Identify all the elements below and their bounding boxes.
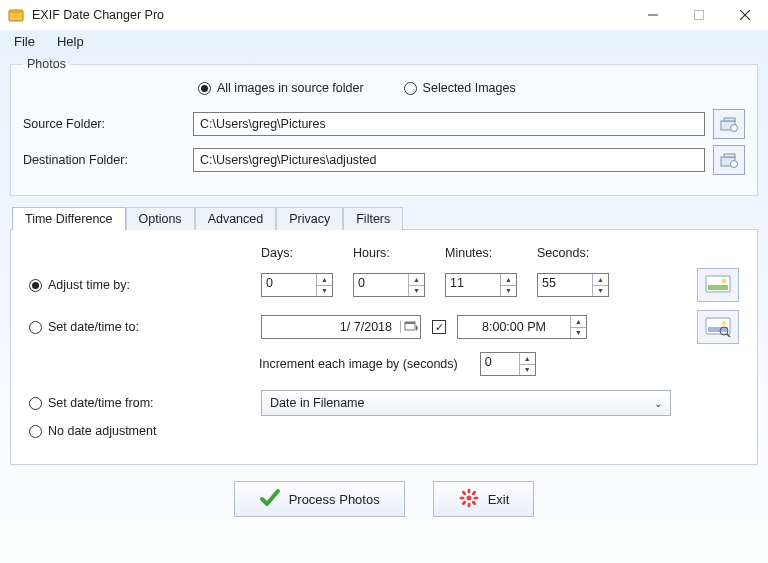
set-from-combo[interactable]: Date in Filename ⌄: [261, 390, 671, 416]
bottom-buttons: Process Photos: [0, 481, 768, 517]
chevron-down-icon: ⌄: [654, 398, 662, 409]
svg-rect-16: [405, 322, 415, 324]
photos-scope-row: All images in source folder Selected Ima…: [23, 81, 745, 95]
svg-point-22: [466, 495, 471, 500]
radio-all-images-label: All images in source folder: [217, 81, 364, 95]
down-arrow-icon[interactable]: ▼: [409, 286, 424, 297]
up-arrow-icon[interactable]: ▲: [520, 353, 535, 365]
up-arrow-icon[interactable]: ▲: [409, 274, 424, 286]
adjust-spinners: 0 ▲▼ 0 ▲▼ 11 ▲▼ 55 ▲▼: [261, 273, 629, 297]
process-photos-button[interactable]: Process Photos: [234, 481, 405, 517]
minutes-value: 11: [446, 274, 500, 296]
seconds-stepper[interactable]: 55 ▲▼: [537, 273, 609, 297]
svg-line-21: [727, 334, 730, 337]
date-value: 1/ 7/2018: [262, 318, 400, 336]
svg-point-24: [471, 490, 477, 496]
svg-rect-10: [724, 154, 735, 157]
menu-help[interactable]: Help: [57, 34, 84, 49]
radio-dot-icon: [404, 82, 417, 95]
titlebar: EXIF Date Changer Pro: [0, 0, 768, 30]
client-area: File Help Photos All images in source fo…: [0, 30, 768, 563]
minimize-button[interactable]: [630, 0, 676, 30]
svg-point-27: [467, 502, 470, 507]
radio-dot-icon: [29, 279, 42, 292]
radio-dot-icon: [198, 82, 211, 95]
svg-rect-18: [708, 327, 728, 332]
date-picker[interactable]: 1/ 7/2018: [261, 315, 421, 339]
exit-button[interactable]: Exit: [433, 481, 535, 517]
svg-point-23: [467, 488, 470, 493]
time-picker[interactable]: 8:00:00 PM ▲▼: [457, 315, 587, 339]
source-folder-row: Source Folder: C:\Users\greg\Pictures: [23, 109, 745, 139]
spinner-arrows: ▲▼: [316, 274, 332, 296]
exit-label: Exit: [488, 492, 510, 507]
tab-privacy[interactable]: Privacy: [276, 207, 343, 230]
window-title: EXIF Date Changer Pro: [32, 8, 164, 22]
radio-adjust-time-label: Adjust time by:: [48, 278, 130, 292]
down-arrow-icon[interactable]: ▼: [317, 286, 332, 297]
radio-dot-icon: [29, 321, 42, 334]
browse-destination-button[interactable]: [713, 145, 745, 175]
header-seconds: Seconds:: [537, 246, 629, 260]
tab-filters[interactable]: Filters: [343, 207, 403, 230]
svg-point-28: [461, 499, 467, 505]
set-datetime-row: Set date/time to: 1/ 7/2018 8:00:00 PM ▲…: [29, 310, 739, 344]
time-enable-checkbox[interactable]: [432, 320, 446, 334]
radio-set-datetime[interactable]: Set date/time to:: [29, 320, 229, 334]
pick-from-image-zoom-button[interactable]: [697, 310, 739, 344]
photos-group: Photos All images in source folder Selec…: [10, 57, 758, 196]
down-arrow-icon[interactable]: ▼: [501, 286, 516, 297]
tabpage-time-difference: Days: Hours: Minutes: Seconds: Adjust ti…: [10, 229, 758, 465]
increment-label: Increment each image by (seconds): [259, 357, 458, 371]
close-button[interactable]: [722, 0, 768, 30]
up-arrow-icon[interactable]: ▲: [593, 274, 608, 286]
increment-stepper[interactable]: 0 ▲▼: [480, 352, 536, 376]
window-controls: [630, 0, 768, 30]
spinner-arrows: ▲▼: [570, 316, 586, 338]
radio-all-images[interactable]: All images in source folder: [198, 81, 364, 95]
svg-point-19: [722, 321, 727, 326]
down-arrow-icon[interactable]: ▼: [593, 286, 608, 297]
up-arrow-icon[interactable]: ▲: [571, 316, 586, 328]
source-folder-input[interactable]: C:\Users\greg\Pictures: [193, 112, 705, 136]
up-arrow-icon[interactable]: ▲: [317, 274, 332, 286]
spinner-arrows: ▲▼: [592, 274, 608, 296]
svg-point-25: [473, 496, 478, 499]
tabs: Time Difference Options Advanced Privacy…: [10, 206, 758, 465]
adjust-headers: Days: Hours: Minutes: Seconds:: [229, 246, 739, 260]
minutes-stepper[interactable]: 11 ▲▼: [445, 273, 517, 297]
up-arrow-icon[interactable]: ▲: [501, 274, 516, 286]
set-from-value: Date in Filename: [270, 396, 654, 410]
spinner-arrows: ▲▼: [519, 353, 535, 375]
down-arrow-icon[interactable]: ▼: [571, 328, 586, 339]
calendar-dropdown-icon[interactable]: [400, 321, 420, 333]
increment-row: Increment each image by (seconds) 0 ▲▼: [259, 352, 739, 376]
down-arrow-icon[interactable]: ▼: [520, 365, 535, 376]
maximize-button[interactable]: [676, 0, 722, 30]
svg-point-8: [731, 125, 738, 132]
days-stepper[interactable]: 0 ▲▼: [261, 273, 333, 297]
source-folder-label: Source Folder:: [23, 117, 193, 131]
radio-dot-icon: [29, 425, 42, 438]
radio-selected-images[interactable]: Selected Images: [404, 81, 516, 95]
header-days: Days:: [261, 246, 353, 260]
radio-set-from[interactable]: Set date/time from:: [29, 396, 229, 410]
no-adjustment-row: No date adjustment: [29, 424, 739, 438]
header-hours: Hours:: [353, 246, 445, 260]
browse-source-button[interactable]: [713, 109, 745, 139]
pick-from-image-button[interactable]: [697, 268, 739, 302]
destination-folder-label: Destination Folder:: [23, 153, 193, 167]
destination-folder-input[interactable]: C:\Users\greg\Pictures\adjusted: [193, 148, 705, 172]
radio-no-adjustment[interactable]: No date adjustment: [29, 424, 229, 438]
exit-icon: [458, 488, 480, 511]
radio-dot-icon: [29, 397, 42, 410]
tab-advanced[interactable]: Advanced: [195, 207, 277, 230]
tab-time-difference[interactable]: Time Difference: [12, 207, 126, 230]
tab-options[interactable]: Options: [126, 207, 195, 230]
hours-stepper[interactable]: 0 ▲▼: [353, 273, 425, 297]
radio-set-datetime-label: Set date/time to:: [48, 320, 139, 334]
hours-value: 0: [354, 274, 408, 296]
time-value: 8:00:00 PM: [458, 318, 570, 336]
menu-file[interactable]: File: [14, 34, 35, 49]
radio-adjust-time[interactable]: Adjust time by:: [29, 278, 229, 292]
